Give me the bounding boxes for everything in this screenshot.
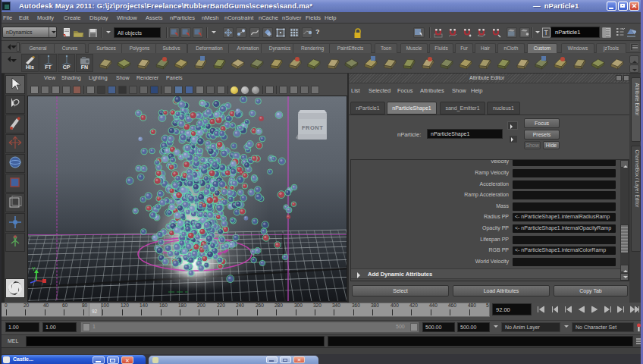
svg-text:Y: Y: [32, 266, 36, 271]
svg-text:FRONT: FRONT: [302, 124, 323, 131]
svg-text:T: T: [544, 29, 548, 36]
